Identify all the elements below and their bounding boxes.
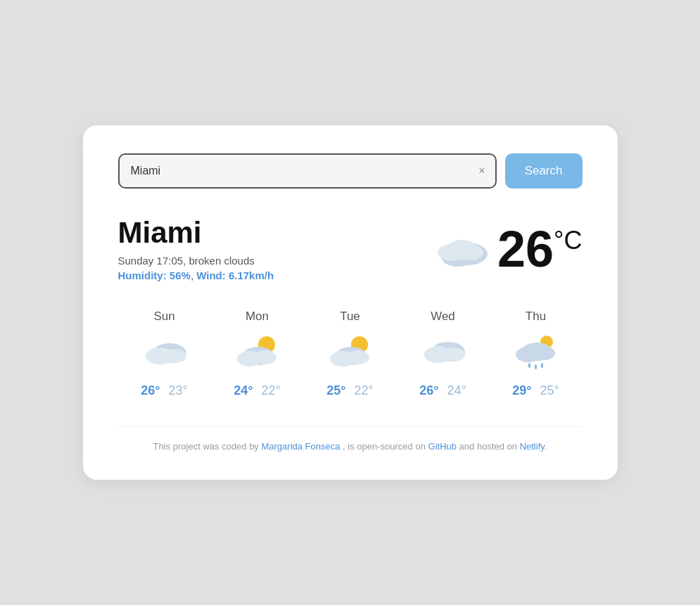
clear-button[interactable]: ×	[476, 164, 488, 178]
high-temp-wed: 26°	[419, 383, 438, 398]
forecast-temps-mon: 24° 22°	[234, 383, 280, 398]
forecast-day-thu: Thu 29° 25°	[497, 310, 575, 398]
humidity-value: 56%	[170, 269, 191, 281]
svg-point-15	[347, 350, 369, 364]
current-visual: 26°C	[427, 224, 583, 274]
forecast-grid: Sun 26° 23° Mon	[118, 310, 583, 398]
day-label-thu: Thu	[526, 310, 546, 324]
svg-point-18	[443, 348, 465, 362]
clear-icon: ×	[478, 165, 485, 177]
forecast-icon-mon	[233, 331, 282, 369]
low-temp-thu: 25°	[540, 383, 559, 398]
humidity-label: Humidity:	[118, 269, 167, 281]
forecast-day-sun: Sun 26° 23°	[126, 310, 203, 398]
forecast-temps-sun: 26° 23°	[141, 383, 187, 398]
footer-text-before: This project was coded by	[153, 441, 262, 452]
svg-point-7	[164, 349, 186, 363]
low-temp-wed: 24°	[447, 383, 466, 398]
low-temp-tue: 22°	[355, 383, 374, 398]
search-input[interactable]	[118, 153, 497, 189]
forecast-day-mon: Mon 24° 22°	[219, 310, 296, 398]
forecast-icon-sun	[140, 331, 189, 369]
cloudy-icon-svg-wed	[419, 331, 468, 369]
footer-text-middle: , is open-sourced on	[340, 441, 428, 452]
footer-text-after: and hosted on	[457, 441, 520, 452]
weather-card: × Search Miami Sunday 17:05, broken clou…	[83, 125, 618, 480]
partly-cloudy-icon-svg-tue	[326, 331, 375, 369]
high-temp-thu: 29°	[512, 383, 531, 398]
current-info: Miami Sunday 17:05, broken clouds Humidi…	[118, 217, 428, 281]
temp-number: 26	[497, 221, 554, 277]
current-weather: Miami Sunday 17:05, broken clouds Humidi…	[118, 217, 583, 281]
forecast-day-wed: Wed 26° 24°	[405, 310, 482, 398]
temp-unit: °C	[554, 226, 582, 255]
svg-point-4	[458, 245, 483, 260]
rainy-icon-svg	[511, 331, 561, 373]
weather-description: Sunday 17:05, broken clouds	[118, 255, 428, 267]
search-row: × Search	[118, 153, 583, 189]
footer-period: .	[545, 441, 547, 452]
github-label: GitHub	[428, 441, 457, 452]
author-link[interactable]: Margarida Fonseca	[261, 441, 340, 452]
forecast-icon-wed	[419, 331, 468, 369]
temperature-value: 26°C	[497, 221, 583, 277]
footer: This project was coded by Margarida Fons…	[118, 426, 583, 452]
high-temp-tue: 25°	[326, 383, 345, 398]
day-label-mon: Mon	[246, 310, 269, 324]
netlify-link[interactable]: Netlify	[520, 441, 545, 452]
low-temp-sun: 23°	[169, 383, 188, 398]
high-temp-sun: 26°	[141, 383, 160, 398]
netlify-label: Netlify	[520, 441, 545, 452]
svg-point-22	[533, 346, 555, 360]
partly-cloudy-icon-svg-mon	[233, 331, 282, 369]
current-weather-icon	[427, 224, 490, 274]
wind-value: 6.17km/h	[229, 269, 274, 281]
svg-rect-24	[535, 364, 537, 369]
day-label-tue: Tue	[340, 310, 360, 324]
day-label-wed: Wed	[431, 310, 455, 324]
high-temp-mon: 24°	[234, 383, 253, 398]
city-name: Miami	[118, 217, 428, 249]
day-label-sun: Sun	[153, 310, 174, 324]
forecast-temps-thu: 29° 25°	[512, 383, 559, 398]
forecast-temps-wed: 26° 24°	[419, 383, 466, 398]
svg-point-11	[254, 350, 276, 364]
search-button[interactable]: Search	[505, 153, 583, 189]
temperature-display: 26°C	[497, 224, 583, 274]
search-input-wrapper: ×	[118, 153, 497, 189]
forecast-icon-tue	[326, 331, 375, 369]
forecast-icon-thu	[511, 331, 561, 369]
search-button-label: Search	[525, 164, 563, 177]
forecast-day-tue: Tue 25° 22°	[312, 310, 389, 398]
author-name: Margarida Fonseca	[261, 441, 340, 452]
svg-rect-23	[528, 363, 530, 368]
github-link[interactable]: GitHub	[428, 441, 457, 452]
wind-label: Wind:	[196, 269, 226, 281]
forecast-temps-tue: 25° 22°	[326, 383, 373, 398]
low-temp-mon: 22°	[262, 383, 281, 398]
weather-details: Humidity: 56%, Wind: 6.17km/h	[118, 269, 428, 281]
broken-clouds-icon-svg	[427, 224, 490, 274]
cloudy-icon-svg	[140, 331, 189, 369]
svg-rect-25	[541, 363, 543, 368]
